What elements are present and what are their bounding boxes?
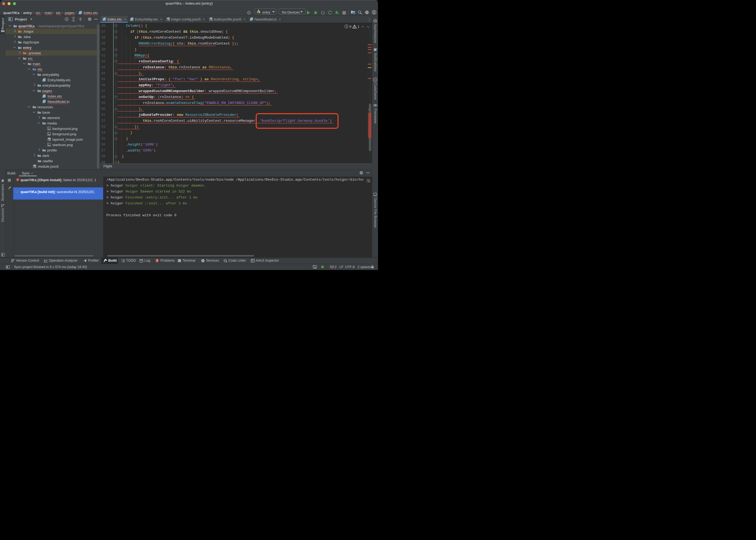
svg-text:{0}: {0} bbox=[47, 139, 51, 141]
svg-text:ETS: ETS bbox=[78, 13, 81, 14]
svg-text:{0}: {0} bbox=[209, 19, 213, 21]
svg-text:ETS: ETS bbox=[130, 19, 133, 21]
svg-text:{0}: {0} bbox=[166, 19, 170, 21]
svg-text:TS: TS bbox=[43, 101, 45, 103]
svg-text:ETS: ETS bbox=[43, 80, 45, 81]
svg-text:TS: TS bbox=[250, 19, 252, 21]
svg-text:G: G bbox=[374, 78, 376, 81]
svg-text:ETS: ETS bbox=[43, 96, 45, 98]
svg-text:ETS: ETS bbox=[103, 19, 106, 21]
svg-text:{0}: {0} bbox=[33, 166, 37, 168]
